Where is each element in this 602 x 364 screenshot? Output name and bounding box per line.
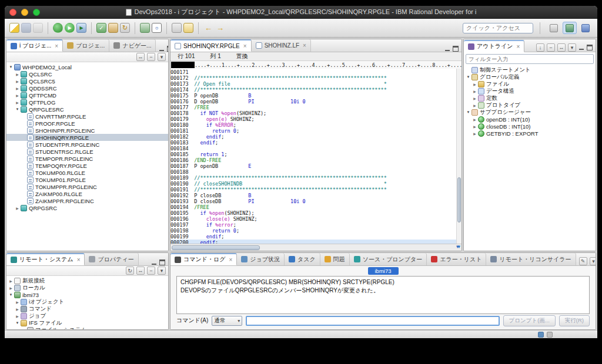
code-line[interactable]: 000198 return 0; bbox=[170, 228, 461, 234]
collapse-all-icon[interactable]: − bbox=[147, 267, 155, 275]
tab-problems[interactable]: 問題 bbox=[320, 253, 350, 265]
maximize-view-icon[interactable] bbox=[453, 46, 459, 52]
perspective-iprojects-icon[interactable] bbox=[578, 22, 593, 34]
tree-item[interactable]: TOKUMPPR.RPGLEINC bbox=[6, 183, 168, 190]
refresh-icon[interactable]: ↻ bbox=[120, 23, 130, 33]
compile-icon[interactable] bbox=[108, 23, 118, 33]
status-log-icon[interactable] bbox=[547, 332, 553, 338]
verify-icon[interactable]: ✓ bbox=[96, 23, 106, 33]
code-line[interactable]: 000197 if %error; bbox=[170, 222, 461, 228]
tree-item[interactable]: SHOHINPR.RPGLEINC bbox=[6, 127, 168, 134]
link-with-editor-icon[interactable]: ↔ bbox=[136, 267, 145, 275]
minimize-view-icon[interactable] bbox=[159, 46, 165, 52]
tree-item[interactable]: TOKUMP00.RLGLE bbox=[6, 169, 168, 176]
expand-arrow-icon[interactable]: ▶ bbox=[15, 93, 20, 97]
tree-item[interactable]: TOKUMP01.RPGLE bbox=[6, 176, 168, 183]
code-line[interactable]: 000190 // closeSHOHINDB * bbox=[170, 181, 461, 187]
tree-item[interactable]: ▶データ構造 bbox=[464, 87, 596, 95]
code-line[interactable]: 000180 if %ERROR; bbox=[170, 122, 461, 128]
mark-occurrences-icon[interactable] bbox=[172, 23, 182, 33]
tree-item[interactable]: ▶ジョブ bbox=[6, 312, 168, 319]
tree-item[interactable]: TEMPOQRY.RPGLE bbox=[6, 162, 168, 169]
tree-item[interactable]: ZAIKMPPR.RPGLEINC bbox=[6, 197, 168, 204]
tree-item[interactable]: ▶ファイル・システム bbox=[6, 326, 168, 329]
tree-item[interactable]: ▶QRPGSRC bbox=[6, 204, 168, 211]
forward-icon[interactable]: → bbox=[215, 23, 225, 33]
tree-item[interactable]: ▶QCLSRC bbox=[6, 70, 168, 77]
tab-editor-shohinqry[interactable]: SHOHINQRY.RPGLE× bbox=[170, 39, 252, 52]
tab-properties[interactable]: プロパティー bbox=[85, 253, 138, 265]
code-line[interactable]: 000192 P closeDB B bbox=[170, 193, 461, 198]
tree-item[interactable]: ▼グローバル定義 bbox=[464, 73, 596, 80]
command-mode-select[interactable]: 通常 ▾ bbox=[212, 316, 242, 326]
code-line[interactable]: 000173 // Open file * bbox=[170, 81, 461, 87]
code-line[interactable]: 000187 P openDB E bbox=[170, 163, 461, 169]
code-line[interactable]: 000196 close(e) SHOHINZ; bbox=[170, 216, 461, 222]
perspective-rse-icon[interactable] bbox=[563, 22, 577, 34]
code-line[interactable]: 000189 //*******************************… bbox=[170, 175, 461, 181]
tree-item[interactable]: ZAIKMP00.RLGLE bbox=[6, 190, 168, 197]
collapse-arrow-icon[interactable]: ▼ bbox=[466, 110, 471, 114]
sort-icon[interactable]: ↓ bbox=[536, 43, 544, 52]
run-command-button[interactable]: 実行(R) bbox=[559, 315, 590, 326]
code-line[interactable]: 000183 endif; bbox=[170, 140, 461, 146]
code-line[interactable]: 000188 bbox=[170, 169, 461, 175]
tree-item[interactable]: STUDENTPR.RPGLEINC bbox=[6, 141, 168, 148]
maximize-view-icon[interactable] bbox=[159, 259, 165, 265]
collapse-arrow-icon[interactable]: ▼ bbox=[466, 75, 471, 79]
tree-item[interactable]: ▶QCLSRC5 bbox=[6, 77, 168, 85]
annotation-icon[interactable] bbox=[183, 23, 193, 33]
view-menu-icon[interactable]: ▾ bbox=[568, 43, 576, 52]
tree-item[interactable]: PROOF.RPGLE bbox=[6, 120, 168, 127]
tree-item[interactable]: CNVRTTMP.RPGLE bbox=[6, 113, 168, 120]
tree-item[interactable]: ▶QDDSSRC bbox=[6, 85, 168, 92]
status-progress-icon[interactable] bbox=[538, 332, 544, 338]
tree-item[interactable]: ▼QRPGLESRC bbox=[6, 106, 168, 113]
minimize-view-icon[interactable] bbox=[151, 259, 157, 265]
run-icon[interactable]: ▶ bbox=[65, 23, 75, 33]
code-line[interactable]: 000194 /FREE bbox=[170, 204, 461, 210]
expand-arrow-icon[interactable]: ▶ bbox=[472, 103, 477, 107]
code-line[interactable]: 000179 open(e) SHOHINZ; bbox=[170, 116, 461, 122]
back-icon[interactable]: ← bbox=[203, 23, 213, 33]
code-line[interactable]: 000171 bbox=[170, 69, 461, 75]
expand-arrow-icon[interactable]: ▶ bbox=[8, 286, 14, 290]
close-icon[interactable]: × bbox=[229, 257, 232, 263]
tree-item[interactable]: ▼サブプロシージャー bbox=[464, 109, 596, 116]
tree-item[interactable]: ▶ローカル bbox=[6, 284, 168, 291]
expand-arrow-icon[interactable]: ▶ bbox=[472, 96, 477, 100]
tree-item[interactable]: STUDENTRSC.RLGLE bbox=[6, 148, 168, 155]
close-icon[interactable]: × bbox=[55, 43, 58, 49]
collapse-arrow-icon[interactable]: ▼ bbox=[8, 65, 14, 69]
command-log-output[interactable]: CHGPFM FILE(DEVOPS/QRPGLESRC) MBR(SHOHIN… bbox=[176, 276, 590, 314]
maximize-view-icon[interactable] bbox=[587, 45, 593, 50]
tree-item[interactable]: ▼WHPDEMO2_Local bbox=[6, 63, 168, 70]
code-line[interactable]: 000200 endif; bbox=[170, 240, 461, 244]
code-line[interactable]: 000191 //*******************************… bbox=[170, 187, 461, 193]
tab-job-status[interactable]: ジョブ状況 bbox=[237, 253, 285, 265]
code-line[interactable]: 000186 /END-FREE bbox=[170, 157, 461, 163]
close-icon[interactable]: × bbox=[303, 42, 306, 49]
tab-remote-reconciler[interactable]: リモート・リコンサイラー bbox=[486, 253, 576, 265]
tab-command-log[interactable]: コマンド・ログ× bbox=[170, 253, 237, 265]
scrollbar-thumb[interactable] bbox=[457, 177, 461, 223]
new-wizard-icon[interactable] bbox=[9, 23, 19, 33]
minimize-view-icon[interactable] bbox=[444, 46, 450, 52]
code-line[interactable]: 000195 if %open(SHOHINZ); bbox=[170, 210, 461, 216]
tree-item[interactable]: ▶コマンド bbox=[6, 305, 168, 312]
quick-access-input[interactable] bbox=[463, 23, 533, 33]
code-line[interactable]: 000185 return 1; bbox=[170, 151, 461, 157]
code-line[interactable]: 000176 D openDB PI 10i 0 bbox=[170, 99, 461, 105]
tree-item[interactable]: SHOHINQRY.RPGLE bbox=[6, 134, 168, 141]
editor-vertical-scrollbar[interactable] bbox=[456, 69, 461, 244]
code-line[interactable]: 000175 P openDB B bbox=[170, 93, 461, 99]
tree-item[interactable]: ▶QFTPCMD bbox=[6, 92, 168, 99]
close-button[interactable] bbox=[9, 9, 16, 16]
editor-horizontal-scrollbar[interactable] bbox=[172, 245, 260, 250]
code-line[interactable]: 000181 return 0; bbox=[170, 128, 461, 134]
close-icon[interactable]: × bbox=[77, 257, 81, 263]
close-icon[interactable]: × bbox=[243, 43, 247, 49]
link-with-editor-icon[interactable]: ↔ bbox=[136, 53, 145, 61]
expand-pane-icon[interactable]: ▾▾ bbox=[456, 244, 459, 250]
tree-item[interactable]: ▶GETBYID : EXPORT bbox=[464, 130, 596, 137]
